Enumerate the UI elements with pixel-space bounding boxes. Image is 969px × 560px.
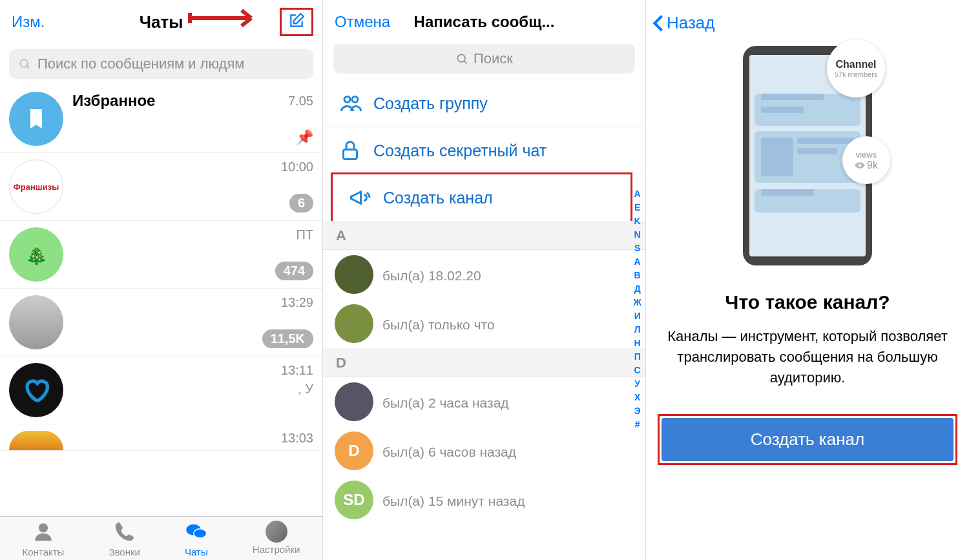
cancel-button[interactable]: Отмена — [335, 13, 390, 31]
svg-point-0 — [20, 59, 28, 67]
alphabet-index[interactable]: AEK NSА ВДЖ ИЛН ПСУ ХЭ# — [633, 187, 641, 431]
create-group-option[interactable]: Создать группу — [323, 80, 645, 127]
page-title: Написать сообщ... — [414, 13, 555, 31]
chat-name: Избранное — [72, 92, 155, 110]
chat-row[interactable]: Избранное7.05 📌 — [0, 85, 322, 153]
channel-illustration: Channel 57k members views 9k — [743, 46, 872, 265]
contact-row[interactable]: был(а) только что — [323, 299, 645, 348]
tab-bar: Контакты Звонки Чаты Настройки — [0, 516, 322, 560]
person-icon — [32, 521, 54, 543]
avatar: 🎄 — [9, 227, 63, 282]
chat-row[interactable]: Франшизы 10:00 6 — [0, 153, 322, 221]
chat-list[interactable]: Избранное7.05 📌 Франшизы 10:00 6 🎄 ПТ 47… — [0, 85, 322, 524]
group-icon — [339, 92, 362, 115]
search-field[interactable]: Поиск — [333, 44, 635, 74]
chat-row[interactable]: 🎄 ПТ 474 — [0, 221, 322, 289]
svg-point-3 — [194, 529, 207, 538]
tab-calls[interactable]: Звонки — [109, 521, 140, 557]
chat-preview: , У — [72, 382, 313, 397]
search-icon — [455, 52, 468, 65]
avatar: Франшизы — [9, 160, 63, 214]
bookmark-icon — [25, 107, 48, 130]
lock-icon — [339, 139, 362, 162]
svg-point-1 — [39, 523, 48, 532]
avatar — [9, 363, 63, 417]
contact-row[interactable]: был(а) 2 часа назад — [323, 377, 645, 426]
settings-avatar — [266, 521, 287, 543]
svg-rect-7 — [344, 150, 357, 160]
contact-status: был(а) 15 минут назад — [382, 493, 525, 509]
channel-badge-name: Channel — [835, 59, 876, 70]
contact-status: был(а) 2 часа назад — [382, 395, 509, 411]
intro-description: Каналы — инструмент, который позволяет т… — [665, 326, 950, 388]
megaphone-icon — [348, 186, 371, 209]
chats-header: Изм. Чаты — [0, 0, 322, 43]
highlight-arrow — [187, 5, 271, 31]
option-label: Создать секретный чат — [373, 141, 547, 160]
section-header-d: D — [323, 348, 645, 377]
search-icon — [18, 57, 31, 70]
pin-icon: 📌 — [296, 129, 313, 146]
avatar — [9, 92, 63, 146]
search-placeholder: Поиск по сообщениям и людям — [37, 56, 244, 72]
search-placeholder: Поиск — [474, 50, 513, 67]
heart-icon — [23, 377, 50, 404]
phone-icon — [114, 521, 136, 543]
intro-heading: Что такое канал? — [646, 291, 969, 313]
compose-icon[interactable] — [288, 12, 305, 29]
avatar — [9, 431, 63, 450]
contact-row[interactable]: D был(а) 6 часов назад — [323, 426, 645, 475]
chevron-left-icon — [652, 14, 664, 32]
eye-icon — [855, 161, 865, 169]
contact-row[interactable]: SD был(а) 15 минут назад — [323, 475, 645, 524]
create-channel-option[interactable]: Создать канал — [331, 172, 632, 223]
create-channel-button[interactable]: Создать канал — [662, 418, 953, 461]
views-count: 9k — [867, 160, 878, 171]
chat-time: 13:11 — [281, 363, 313, 378]
channel-intro-screen: Назад Channel 57k members views 9k Что т… — [646, 0, 969, 560]
tab-chats[interactable]: Чаты — [185, 521, 208, 557]
compose-header: Отмена Написать сообщ... — [323, 0, 645, 40]
compose-button-highlight — [280, 8, 313, 36]
avatar — [335, 255, 373, 294]
unread-badge: 6 — [289, 194, 313, 213]
chats-icon — [185, 521, 207, 543]
channel-badge-members: 57k members — [835, 70, 878, 78]
edit-button[interactable]: Изм. — [12, 13, 45, 31]
option-label: Создать канал — [383, 189, 493, 207]
chat-time: 13:03 — [281, 431, 313, 446]
chat-row[interactable]: 13:29 11,5K — [0, 289, 322, 357]
avatar — [335, 382, 373, 421]
svg-point-9 — [859, 164, 861, 167]
chat-row[interactable]: 13:11 , У — [0, 357, 322, 424]
contact-status: был(а) только что — [382, 317, 495, 333]
avatar: D — [335, 431, 373, 470]
contact-status: был(а) 18.02.20 — [382, 268, 481, 284]
chat-row[interactable]: 13:03 — [0, 424, 322, 451]
chat-time: 10:00 — [281, 160, 313, 174]
new-message-screen: Отмена Написать сообщ... Поиск Создать г… — [323, 0, 646, 560]
svg-point-5 — [344, 97, 350, 103]
svg-point-4 — [457, 54, 465, 62]
back-button[interactable]: Назад — [646, 0, 969, 46]
page-title: Чаты — [140, 12, 183, 32]
option-label: Создать группу — [373, 94, 488, 113]
tab-contacts[interactable]: Контакты — [23, 521, 65, 557]
chats-screen: Изм. Чаты Поиск по сообщениям и людям Из… — [0, 0, 323, 560]
avatar — [335, 304, 373, 343]
avatar — [9, 295, 63, 349]
unread-badge: 11,5K — [262, 329, 313, 348]
contact-row[interactable]: был(а) 18.02.20 — [323, 250, 645, 299]
contact-status: был(а) 6 часов назад — [382, 444, 516, 460]
chat-time: 7.05 — [288, 94, 313, 109]
chat-time: 13:29 — [281, 295, 313, 310]
views-label: views — [856, 150, 877, 160]
avatar: SD — [335, 481, 373, 519]
tab-settings[interactable]: Настройки — [253, 521, 300, 557]
create-secret-chat-option[interactable]: Создать секретный чат — [323, 127, 645, 174]
svg-point-6 — [352, 97, 358, 103]
search-field[interactable]: Поиск по сообщениям и людям — [9, 49, 313, 79]
section-header-a: A — [323, 221, 645, 250]
chat-time: ПТ — [296, 227, 313, 242]
create-channel-highlight: Создать канал — [658, 414, 957, 465]
